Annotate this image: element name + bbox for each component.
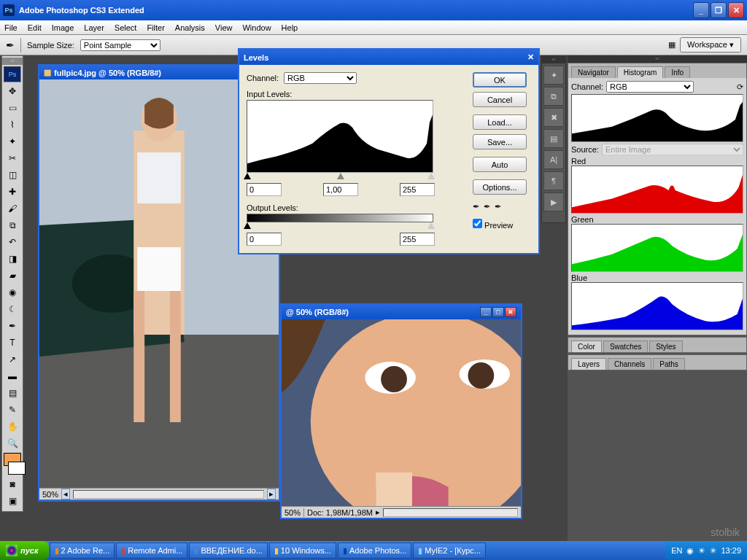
lang-indicator[interactable]: EN: [671, 546, 682, 555]
marquee-tool[interactable]: ▭: [4, 100, 21, 116]
task-item-3[interactable]: ▮10 Windows...: [269, 542, 336, 559]
rpanels-grip[interactable]: ‹‹: [568, 55, 747, 63]
task-item-4[interactable]: ▮Adobe Photos...: [338, 542, 411, 559]
screenmode-button[interactable]: ▣: [4, 493, 21, 509]
menu-analysis[interactable]: Analysis: [175, 23, 205, 32]
input-white-field[interactable]: [400, 183, 435, 196]
eyedropper-white-icon[interactable]: ✒: [495, 202, 501, 211]
task-item-1[interactable]: ▮Remote Admi...: [116, 542, 187, 559]
gradient-tool[interactable]: ▰: [4, 268, 21, 284]
preview-checkbox[interactable]: Preview: [473, 221, 513, 230]
shape-tool[interactable]: ▬: [4, 368, 21, 384]
output-white-field[interactable]: [400, 233, 435, 246]
menu-help[interactable]: Help: [282, 23, 298, 32]
wand-tool[interactable]: ✦: [4, 133, 21, 149]
tab-navigator[interactable]: Navigator: [571, 66, 616, 78]
doc2-zoom[interactable]: 50%: [285, 508, 301, 517]
menu-window[interactable]: Window: [242, 23, 271, 32]
options-button[interactable]: Options...: [473, 179, 527, 195]
black-point-slider[interactable]: [244, 173, 251, 179]
close-button[interactable]: ✕: [728, 2, 744, 18]
lasso-tool[interactable]: ⌇: [4, 117, 21, 133]
tab-channels[interactable]: Channels: [608, 358, 651, 370]
tab-styles[interactable]: Styles: [649, 341, 682, 352]
channel-select[interactable]: RGB: [284, 72, 357, 84]
output-slider[interactable]: [247, 222, 435, 230]
refresh-icon[interactable]: ⟳: [737, 82, 743, 92]
toolbox-grip[interactable]: ››: [2, 58, 23, 65]
quickmask-button[interactable]: ◙: [4, 476, 21, 492]
input-black-field[interactable]: [247, 183, 282, 196]
dock-tool-presets-icon[interactable]: ✖: [543, 108, 564, 127]
doc2-titlebar[interactable]: @ 50% (RGB/8#) _ □ ✕: [282, 305, 521, 319]
history-brush-tool[interactable]: ↶: [4, 234, 21, 250]
type-tool[interactable]: T: [4, 335, 21, 351]
brush-tool[interactable]: 🖌: [4, 201, 21, 217]
menu-select[interactable]: Select: [115, 23, 137, 32]
white-point-slider[interactable]: [427, 173, 435, 179]
task-item-0[interactable]: ▮2 Adobe Re...: [50, 542, 115, 559]
tab-paths[interactable]: Paths: [653, 358, 685, 370]
doc2-minimize[interactable]: _: [480, 307, 492, 317]
output-black-field[interactable]: [247, 233, 282, 246]
input-slider[interactable]: [247, 173, 435, 180]
menu-file[interactable]: File: [4, 23, 18, 32]
levels-titlebar[interactable]: Levels ✕: [239, 50, 538, 65]
save-button[interactable]: Save...: [473, 134, 527, 149]
hist-source-select[interactable]: Entire Image: [602, 144, 743, 155]
sample-size-select[interactable]: Point Sample: [80, 39, 160, 51]
tray-icon-2[interactable]: ☀: [698, 546, 705, 556]
tab-color[interactable]: Color: [571, 341, 602, 352]
input-gamma-field[interactable]: [323, 183, 358, 196]
menu-edit[interactable]: Edit: [28, 23, 42, 32]
move-tool[interactable]: ✥: [4, 83, 21, 99]
background-swatch[interactable]: [8, 462, 26, 475]
path-tool[interactable]: ↗: [4, 351, 21, 368]
menu-layer[interactable]: Layer: [84, 23, 104, 32]
hist-channel-select[interactable]: RGB: [606, 81, 694, 93]
auto-button[interactable]: Auto: [473, 157, 527, 172]
tab-info[interactable]: Info: [665, 66, 690, 78]
zoom-tool[interactable]: 🔍: [4, 435, 21, 451]
dock-brushes-icon[interactable]: ✦: [543, 66, 564, 85]
task-item-2[interactable]: ▮ВВЕДЕНИЕ.do...: [189, 542, 267, 559]
doc2-close[interactable]: ✕: [505, 307, 516, 317]
tray-icon-1[interactable]: ◉: [686, 546, 694, 556]
doc2-scrollbar[interactable]: [383, 508, 518, 517]
notes-tool[interactable]: ▤: [4, 385, 21, 401]
dock-clone-icon[interactable]: ⧉: [543, 87, 564, 106]
doc1-scroll-right[interactable]: ▸: [267, 489, 276, 499]
bridge-icon[interactable]: ▦: [668, 40, 676, 50]
menu-image[interactable]: Image: [52, 23, 74, 32]
tab-histogram[interactable]: Histogram: [617, 66, 664, 78]
task-item-5[interactable]: ▮MyIE2 - [Курс...: [413, 542, 486, 559]
crop-tool[interactable]: ✂: [4, 150, 21, 166]
doc1-zoom[interactable]: 50%: [42, 490, 58, 499]
tray-icon-3[interactable]: ✳: [710, 546, 716, 556]
workspace-button[interactable]: Workspace ▾: [680, 37, 741, 52]
doc1-scrollbar[interactable]: [73, 490, 264, 499]
eyedropper-gray-icon[interactable]: ✒: [484, 202, 490, 211]
dock-paragraph-icon[interactable]: ¶: [543, 171, 564, 190]
cancel-button[interactable]: Cancel: [473, 92, 527, 107]
rdock-grip[interactable]: ‹‹: [542, 56, 565, 63]
heal-tool[interactable]: ✚: [4, 184, 21, 200]
levels-close-button[interactable]: ✕: [527, 52, 534, 62]
dock-actions-icon[interactable]: ▶: [543, 192, 564, 211]
dodge-tool[interactable]: ☾: [4, 301, 21, 317]
doc2-maximize[interactable]: □: [492, 307, 504, 317]
doc1-scroll-left[interactable]: ◂: [61, 489, 70, 499]
slice-tool[interactable]: ◫: [4, 167, 21, 183]
blur-tool[interactable]: ◉: [4, 284, 21, 300]
start-button[interactable]: пуск: [0, 541, 49, 560]
doc2-canvas[interactable]: [282, 319, 521, 506]
tab-swatches[interactable]: Swatches: [603, 341, 648, 352]
menu-filter[interactable]: Filter: [147, 23, 164, 32]
ok-button[interactable]: OK: [473, 72, 527, 88]
clock[interactable]: 13:29: [721, 546, 741, 555]
out-black-slider[interactable]: [244, 222, 251, 229]
maximize-button[interactable]: ❐: [711, 2, 727, 18]
minimize-button[interactable]: _: [693, 2, 709, 18]
eyedropper-black-icon[interactable]: ✒: [473, 202, 479, 211]
eyedropper-icon[interactable]: ✒: [6, 39, 15, 51]
